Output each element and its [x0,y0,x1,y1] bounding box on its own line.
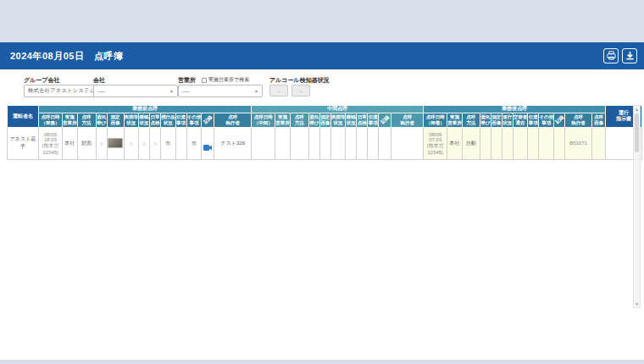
office-search-checkbox-wrap: 実施営業所で検索 [202,76,249,84]
download-button[interactable] [622,48,637,63]
col-header: その他 事項 [186,113,202,128]
company-select[interactable]: ---- ▼ [93,85,178,97]
col-header: 測定 画像 [491,113,502,128]
after-duty-group-header: 乗務後点呼 [424,106,606,113]
filter-bar: グループ会社 株式会社アネストシステム（デ... ▼ 会社 ---- ▼ 営業所… [0,69,644,105]
print-button[interactable] [603,48,619,63]
col-header: 睡眠 状況 [346,113,357,128]
col-header: 点呼日時 （帰着） [424,113,447,128]
office-select[interactable]: ---- ▼ [178,85,263,97]
col-header: 日常 点検 [150,113,161,128]
title-bar: 2024年08月05日 点呼簿 [0,42,644,69]
group-header-row: 運転者名 乗務前点呼 中間点呼 乗務後点呼 運行 指示書 [8,106,642,113]
after-cell [528,127,539,159]
col-header: 携行品 状況 [161,113,176,128]
before-datetime-cell: 08/05 18:03 (熊本営 12345) [39,127,63,159]
vertical-scrollbar[interactable]: ▲ ▼ [633,105,641,308]
middle-cell [368,127,379,159]
download-icon [625,48,635,63]
col-header: 日常 点検 [357,113,368,128]
col-header-record: 記録 [202,113,214,128]
page-title: 2024年08月05日 点呼簿 [10,42,123,69]
middle-method-cell [290,127,308,159]
col-header: 実施 営業所 [275,113,291,128]
title-bar-actions [603,48,637,63]
scroll-up-icon[interactable]: ▲ [634,106,640,113]
middle-cell [357,127,368,159]
scroll-down-icon[interactable]: ▼ [634,301,640,307]
middle-office-cell [275,127,291,159]
before-daily-check-cell: ○ [150,127,161,159]
col-header: 交替者 通告 [513,113,528,128]
col-header: 伝達 事項 [528,113,539,128]
column-header-row: 点呼日時 （乗務） 実施 営業所 点呼 方法 酒気 帯び 測定 画像 疾病等 状… [8,113,642,128]
col-header: 伝達 事項 [368,113,379,128]
col-header: 実施 営業所 [63,113,78,128]
after-cell [491,127,502,159]
before-record-cell [202,127,214,159]
alcohol-detector-right-select[interactable]: - [291,85,310,97]
driver-name-cell: アネスト花子 [8,127,39,159]
col-header: 点呼日時 （乗務） [39,113,63,128]
col-header: 測定 画像 [107,113,124,128]
chevron-down-icon: ▼ [169,89,174,94]
middle-cell [319,127,330,159]
before-illness-cell: ○ [124,127,139,159]
after-cell [502,127,513,159]
col-header: 点呼 執行者 [565,113,592,128]
after-datetime-cell: 08/06 07:03 (熊本営 12345) [424,127,447,159]
middle-executor-cell [391,127,424,159]
col-header: 点呼 方法 [462,113,480,128]
before-office-cell: 本社 [63,127,78,159]
middle-cell [330,127,346,159]
after-executor-cell: B51071 [565,127,592,159]
col-header: 酒気 帯び [308,113,319,128]
before-message-cell [175,127,186,159]
col-header: 実施 営業所 [447,113,463,128]
office-search-checkbox[interactable] [202,78,207,83]
col-header: 点呼 画像 [592,113,606,128]
company-label: 会社 [93,76,105,85]
col-header: 点呼日時 （中間） [252,113,275,128]
col-header: 点呼 執行者 [214,113,252,128]
after-record-cell [554,127,565,159]
group-company-select[interactable]: 株式会社アネストシステム（デ... ▼ [24,85,97,97]
intermediate-group-header: 中間点呼 [252,106,424,113]
driver-name-header: 運転者名 [8,106,39,128]
before-executor-cell: テスト326 [214,127,252,159]
before-duty-group-header: 乗務前点呼 [39,106,252,113]
record-movie-icon[interactable] [203,140,212,152]
chevron-down-icon: ▼ [254,89,258,94]
table-row: アネスト花子 08/05 18:03 (熊本営 12345) 本社 対面 ○ ○… [8,127,642,159]
middle-cell [346,127,357,159]
before-other-cell: 無 [186,127,202,159]
after-cell [480,127,491,159]
rollcall-table: 運転者名 乗務前点呼 中間点呼 乗務後点呼 運行 指示書 点呼日時 （乗務） 実… [7,105,642,160]
col-header: 疾病等 状況 [124,113,139,128]
col-header: 睡眠 状況 [139,113,150,128]
before-belongings-cell: 無 [161,127,176,159]
after-image-cell [592,127,606,159]
before-measurement-image-cell [107,127,124,159]
col-header: 点呼 方法 [77,113,96,128]
col-header: 測定 画像 [319,113,330,128]
after-cell [513,127,528,159]
rollcall-table-wrap: 運転者名 乗務前点呼 中間点呼 乗務後点呼 運行 指示書 点呼日時 （乗務） 実… [7,105,642,160]
middle-datetime-cell [252,127,275,159]
col-header: その他 事項 [539,113,554,128]
col-header-record: 記録 [554,113,565,128]
printer-icon [607,48,616,63]
col-header: 酒気 帯び [480,113,491,128]
after-cell [539,127,554,159]
col-header: 酒気 帯び [96,113,107,128]
alcohol-detector-left-select[interactable]: - [269,85,288,97]
before-sleep-cell: ○ [139,127,150,159]
scrollbar-thumb[interactable] [635,113,639,152]
office-label: 営業所 [178,76,196,85]
content-area: グループ会社 株式会社アネストシステム（デ... ▼ 会社 ---- ▼ 営業所… [0,69,644,360]
middle-cell [308,127,319,159]
before-alcohol-cell: ○ [96,127,107,159]
office-value: ---- [182,88,190,94]
measurement-photo-thumbnail[interactable] [108,138,123,148]
col-header-record: 記録 [379,113,391,128]
